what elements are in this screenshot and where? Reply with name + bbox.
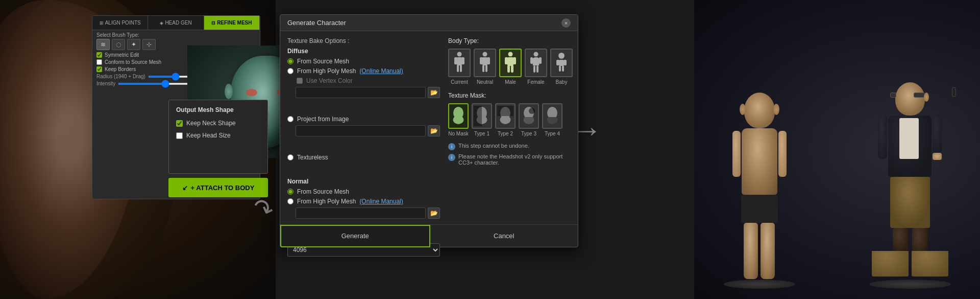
- project-image-radio[interactable]: [287, 116, 293, 122]
- glasses: [914, 93, 925, 98]
- body-type-neutral[interactable]: Neutral: [474, 49, 496, 85]
- svg-rect-8: [480, 57, 483, 64]
- naked-ear-right: [773, 104, 779, 115]
- svg-rect-21: [533, 65, 535, 73]
- diffuse-source-mesh-radio[interactable]: [287, 58, 293, 64]
- character-display: [694, 0, 980, 299]
- keep-borders-checkbox[interactable]: [96, 66, 102, 72]
- clothed-ear: [924, 93, 929, 102]
- info-icon-2: i: [448, 154, 455, 161]
- dialog-right-panel: Body Type: Current: [448, 37, 571, 218]
- attach-to-body-button[interactable]: ↙ + ATTACH TO BODY: [168, 178, 268, 197]
- body-type-baby-label: Baby: [556, 79, 568, 85]
- textureless-row[interactable]: Textureless: [287, 154, 440, 161]
- normal-browse-btn[interactable]: 📂: [428, 208, 440, 219]
- project-file-input[interactable]: [296, 125, 426, 136]
- cancel-button[interactable]: Cancel: [430, 225, 578, 247]
- brush-clone-btn[interactable]: ✦: [127, 39, 140, 50]
- use-vertex-color-label: Use Vertex Color: [306, 77, 353, 84]
- keep-head-size-row[interactable]: Keep Head Size: [176, 132, 260, 139]
- keep-neck-shape-row[interactable]: Keep Neck Shape: [176, 120, 260, 127]
- texture-mask-grid: No Mask Type 1: [448, 103, 571, 136]
- dialog-close-button[interactable]: ×: [561, 18, 571, 28]
- clothed-pants: [890, 177, 930, 228]
- body-type-male[interactable]: Male: [499, 49, 522, 85]
- texture-bake-label: Texture Bake Options :: [287, 37, 440, 44]
- svg-point-18: [534, 52, 538, 57]
- diffuse-source-mesh-row[interactable]: From Source Mesh: [287, 58, 440, 65]
- mask-no-mask[interactable]: No Mask: [448, 103, 469, 136]
- body-type-current[interactable]: Current: [448, 49, 471, 85]
- mask-type-4[interactable]: Type 4: [542, 103, 562, 136]
- textureless-label: Textureless: [297, 154, 328, 161]
- mask-type-3[interactable]: Type 3: [519, 103, 539, 136]
- body-type-baby[interactable]: Baby: [550, 49, 573, 85]
- tab-head-gen[interactable]: ◈ HEAD GEN: [148, 16, 204, 30]
- normal-high-poly-link[interactable]: (Online Manual): [359, 198, 403, 205]
- mask-type-2[interactable]: Type 2: [495, 103, 516, 136]
- svg-rect-25: [556, 60, 559, 65]
- generate-button[interactable]: Generate: [280, 225, 430, 247]
- brush-project-btn[interactable]: ⊹: [142, 39, 156, 50]
- svg-point-23: [558, 53, 565, 59]
- info-msg-1: i This step cannot be undone.: [448, 143, 571, 150]
- body-type-male-label: Male: [505, 79, 516, 85]
- head-gen-icon: ◈: [160, 20, 163, 26]
- brush-smooth-btn[interactable]: ◌: [112, 39, 125, 50]
- normal-high-poly-row[interactable]: From High Poly Mesh (Online Manual): [287, 198, 440, 205]
- cancel-label: Cancel: [494, 232, 514, 240]
- clothed-character-figure: [869, 82, 951, 289]
- tab-refine-label: REFINE MESH: [217, 20, 252, 26]
- use-vertex-color-row: Use Vertex Color: [297, 77, 440, 84]
- project-image-section: Project from Image 📂: [287, 116, 440, 140]
- symmetric-edit-label: Symmetric Edit: [105, 52, 139, 58]
- dialog-body: Texture Bake Options : Diffuse From Sour…: [280, 31, 578, 224]
- output-mesh-title: Output Mesh Shape: [176, 106, 260, 113]
- tab-align-points[interactable]: ⊞ ALIGN POINTS: [92, 16, 148, 30]
- project-browse-btn[interactable]: 📂: [428, 125, 440, 136]
- svg-rect-1: [457, 57, 462, 65]
- dialog-left-panel: Texture Bake Options : Diffuse From Sour…: [287, 37, 440, 218]
- normal-source-mesh-row[interactable]: From Source Mesh: [287, 188, 440, 195]
- naked-torso: [742, 128, 777, 195]
- diffuse-high-poly-radio[interactable]: [287, 68, 293, 74]
- arm-right: [778, 131, 787, 177]
- svg-point-6: [483, 52, 487, 57]
- keep-head-size-checkbox[interactable]: [176, 132, 183, 139]
- diffuse-source-mesh-label: From Source Mesh: [297, 58, 349, 65]
- generate-character-dialog: Generate Character × Texture Bake Option…: [280, 14, 578, 247]
- radius-label: Radius (1940 + Drag): [96, 74, 145, 79]
- generate-label: Generate: [341, 232, 369, 240]
- textureless-radio[interactable]: [287, 154, 293, 160]
- diffuse-high-poly-row[interactable]: From High Poly Mesh (Online Manual): [287, 67, 440, 75]
- normal-source-mesh-radio[interactable]: [287, 189, 293, 195]
- naked-character-figure: [724, 93, 795, 289]
- mask-type-2-label: Type 2: [498, 131, 513, 136]
- body-type-female[interactable]: Female: [525, 49, 547, 85]
- jacket-arm-right: [933, 116, 942, 154]
- svg-rect-4: [457, 65, 459, 72]
- project-image-row[interactable]: Project from Image: [287, 116, 440, 123]
- svg-rect-3: [461, 57, 464, 64]
- diffuse-file-input[interactable]: [296, 87, 426, 98]
- mask-type-4-label: Type 4: [545, 131, 560, 136]
- normal-high-poly-radio[interactable]: [287, 198, 293, 204]
- keep-neck-shape-checkbox[interactable]: [176, 120, 183, 127]
- svg-rect-9: [487, 57, 490, 64]
- character-platform-1: [724, 280, 795, 289]
- conform-source-checkbox[interactable]: [96, 59, 102, 65]
- diffuse-browse-btn[interactable]: 📂: [428, 87, 440, 98]
- mask-type-1[interactable]: Type 1: [472, 103, 492, 136]
- svg-rect-2: [454, 57, 457, 64]
- symmetric-edit-checkbox[interactable]: [96, 52, 102, 58]
- normal-file-input[interactable]: [296, 208, 426, 219]
- svg-rect-33: [497, 106, 513, 116]
- diffuse-high-poly-link[interactable]: (Online Manual): [359, 67, 403, 75]
- svg-rect-14: [505, 57, 508, 64]
- brush-wave-btn[interactable]: ≋: [96, 39, 110, 50]
- body-type-current-label: Current: [451, 79, 468, 85]
- svg-rect-13: [507, 57, 513, 66]
- diffuse-title: Diffuse: [287, 48, 440, 55]
- tab-refine-mesh[interactable]: ⊟ REFINE MESH: [204, 16, 260, 30]
- svg-rect-7: [482, 57, 487, 65]
